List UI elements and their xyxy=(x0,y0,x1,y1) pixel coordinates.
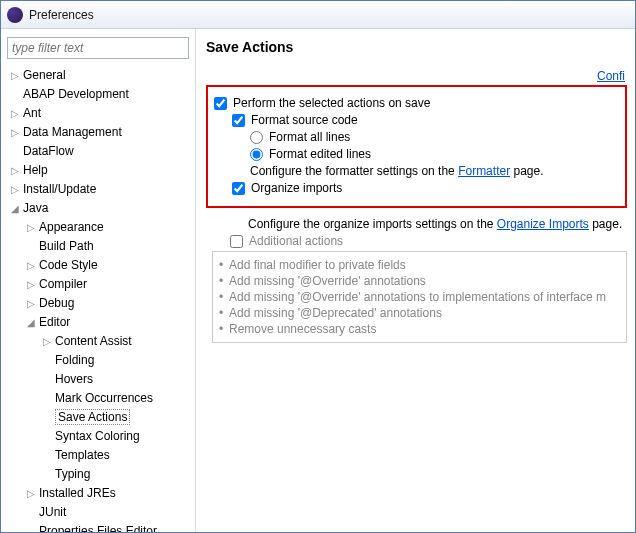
tree-item-installed-jres[interactable]: ▷Installed JREs xyxy=(23,484,189,502)
formatter-text: Configure the formatter settings on the … xyxy=(214,164,619,178)
tree-item-java[interactable]: ◢Java xyxy=(7,199,189,217)
tree-item-build-path[interactable]: ▷Build Path xyxy=(23,237,189,255)
preferences-window: Preferences ▷General ▷ABAP Development ▷… xyxy=(0,0,636,533)
format-edited-lines-radio[interactable] xyxy=(250,148,263,161)
format-source-checkbox[interactable] xyxy=(232,114,245,127)
tree-item-help[interactable]: ▷Help xyxy=(7,161,189,179)
list-item: Remove unnecessary casts xyxy=(229,322,376,336)
list-item: Add final modifier to private fields xyxy=(229,258,406,272)
tree-item-mark-occurrences[interactable]: ▷Mark Occurrences xyxy=(39,389,189,407)
list-item: Add missing '@Deprecated' annotations xyxy=(229,306,442,320)
additional-actions-label: Additional actions xyxy=(249,234,343,248)
tree-item-junit[interactable]: ▷JUnit xyxy=(23,503,189,521)
tree-item-folding[interactable]: ▷Folding xyxy=(39,351,189,369)
format-all-lines-radio[interactable] xyxy=(250,131,263,144)
tree-item-typing[interactable]: ▷Typing xyxy=(39,465,189,483)
organize-imports-link[interactable]: Organize Imports xyxy=(497,217,589,231)
highlighted-region: Perform the selected actions on save For… xyxy=(206,85,627,208)
formatter-link[interactable]: Formatter xyxy=(458,164,510,178)
organize-imports-label: Organize imports xyxy=(251,181,342,195)
sidebar: ▷General ▷ABAP Development ▷Ant ▷Data Ma… xyxy=(1,29,196,532)
list-item: Add missing '@Override' annotations to i… xyxy=(229,290,606,304)
tree-item-properties-files-editor[interactable]: ▷Properties Files Editor xyxy=(23,522,189,532)
tree-item-ant[interactable]: ▷Ant xyxy=(7,104,189,122)
preferences-tree: ▷General ▷ABAP Development ▷Ant ▷Data Ma… xyxy=(7,66,189,532)
tree-item-install-update[interactable]: ▷Install/Update xyxy=(7,180,189,198)
content-area: ▷General ▷ABAP Development ▷Ant ▷Data Ma… xyxy=(1,29,635,532)
organize-imports-checkbox[interactable] xyxy=(232,182,245,195)
tree-item-dataflow[interactable]: ▷DataFlow xyxy=(7,142,189,160)
page-title: Save Actions xyxy=(206,39,627,55)
perform-actions-checkbox[interactable] xyxy=(214,97,227,110)
filter-input[interactable] xyxy=(7,37,189,59)
tree-item-templates[interactable]: ▷Templates xyxy=(39,446,189,464)
tree-item-appearance[interactable]: ▷Appearance xyxy=(23,218,189,236)
tree-item-code-style[interactable]: ▷Code Style xyxy=(23,256,189,274)
format-source-label: Format source code xyxy=(251,113,358,127)
organize-text: Configure the organize imports settings … xyxy=(212,217,627,231)
eclipse-icon xyxy=(7,7,23,23)
main-panel: Save Actions Confi Perform the selected … xyxy=(196,29,635,532)
titlebar[interactable]: Preferences xyxy=(1,1,635,29)
tree-item-syntax-coloring[interactable]: ▷Syntax Coloring xyxy=(39,427,189,445)
tree-item-abap[interactable]: ▷ABAP Development xyxy=(7,85,189,103)
window-title: Preferences xyxy=(29,8,94,22)
additional-actions-checkbox[interactable] xyxy=(230,235,243,248)
format-all-lines-label: Format all lines xyxy=(269,130,350,144)
tree-item-data-management[interactable]: ▷Data Management xyxy=(7,123,189,141)
tree-item-editor[interactable]: ◢Editor xyxy=(23,313,189,331)
perform-actions-label: Perform the selected actions on save xyxy=(233,96,430,110)
tree-item-compiler[interactable]: ▷Compiler xyxy=(23,275,189,293)
format-edited-lines-label: Format edited lines xyxy=(269,147,371,161)
tree-item-hovers[interactable]: ▷Hovers xyxy=(39,370,189,388)
configure-project-link[interactable]: Confi xyxy=(597,69,625,83)
tree-item-content-assist[interactable]: ▷Content Assist xyxy=(39,332,189,350)
tree-item-general[interactable]: ▷General xyxy=(7,66,189,84)
tree-item-save-actions[interactable]: ▷Save Actions xyxy=(39,408,189,426)
list-item: Add missing '@Override' annotations xyxy=(229,274,426,288)
additional-actions-list: •Add final modifier to private fields •A… xyxy=(212,251,627,343)
tree-item-debug[interactable]: ▷Debug xyxy=(23,294,189,312)
